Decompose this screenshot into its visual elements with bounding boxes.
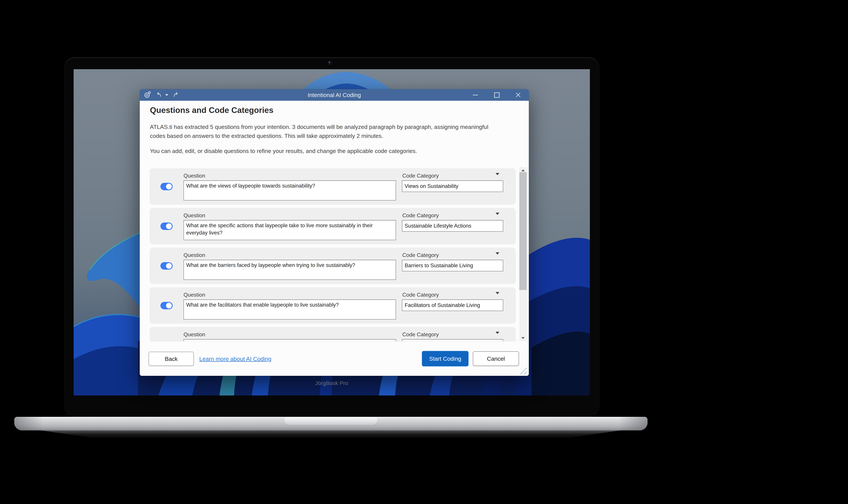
code-category-label: Code Category xyxy=(402,252,439,258)
question-input[interactable]: What are the views of laypeople towards … xyxy=(183,180,396,200)
question-label: Question xyxy=(183,212,205,219)
laptop-base-notch xyxy=(284,417,378,426)
question-label: Question xyxy=(183,292,205,298)
code-category-label: Code Category xyxy=(402,212,439,219)
code-category-select[interactable]: Sustainable Lifestyle Actions xyxy=(402,220,503,232)
chevron-down-icon xyxy=(495,252,499,254)
code-category-select[interactable]: Views on Sustainability xyxy=(402,180,503,192)
webcam-icon xyxy=(328,61,332,65)
scroll-down-button[interactable] xyxy=(519,335,527,341)
question-row: Question What are the specific actions t… xyxy=(150,208,516,244)
question-label: Question xyxy=(183,331,205,338)
code-category-select[interactable] xyxy=(402,339,503,341)
question-input[interactable]: What are the facilitators that enable la… xyxy=(183,300,396,320)
start-coding-button[interactable]: Start Coding xyxy=(422,351,468,366)
question-label: Question xyxy=(183,252,205,258)
question-label: Question xyxy=(183,173,205,179)
laptop-base xyxy=(14,417,648,430)
minimize-button[interactable] xyxy=(465,89,486,101)
chevron-down-icon xyxy=(495,213,499,215)
cancel-button[interactable]: Cancel xyxy=(473,352,519,366)
question-toggle[interactable] xyxy=(160,262,173,270)
triangle-down-icon xyxy=(521,337,525,339)
chevron-down-icon xyxy=(495,292,499,294)
question-toggle[interactable] xyxy=(160,222,173,230)
question-row: Question What are the facilitators that … xyxy=(150,287,516,324)
scrollbar-thumb[interactable] xyxy=(519,172,527,290)
chevron-down-icon xyxy=(495,173,499,175)
back-button[interactable]: Back xyxy=(148,352,194,366)
scrollbar[interactable] xyxy=(519,167,527,341)
questions-list: Question What are the views of laypeople… xyxy=(150,167,516,341)
maximize-icon xyxy=(494,92,500,98)
page-title: Questions and Code Categories xyxy=(150,106,273,115)
question-row: Question What are the barriers faced by … xyxy=(150,248,516,284)
code-category-select[interactable]: Facilitators of Sustainable Living xyxy=(402,300,503,311)
code-category-select[interactable]: Barriers to Sustainable Living xyxy=(402,260,503,271)
code-category-label: Code Category xyxy=(402,331,439,338)
triangle-up-icon xyxy=(521,169,525,171)
intro-text: ATLAS.ti has extracted 5 questions from … xyxy=(150,123,504,140)
maximize-button[interactable] xyxy=(486,89,507,101)
intro-hint-text: You can add, edit, or disable questions … xyxy=(150,146,504,156)
resize-grip-icon[interactable] xyxy=(518,366,527,375)
ai-coding-dialog: Intentional AI Coding Questions and Code… xyxy=(140,89,529,376)
close-icon xyxy=(516,92,521,97)
titlebar[interactable]: Intentional AI Coding xyxy=(140,89,529,101)
chevron-down-icon xyxy=(495,332,499,334)
question-input[interactable]: What are the barriers faced by laypeople… xyxy=(183,260,396,280)
code-category-label: Code Category xyxy=(402,173,439,179)
learn-more-link[interactable]: Learn more about AI Coding xyxy=(199,352,271,366)
wallpaper-petal-left xyxy=(74,230,145,395)
question-input[interactable]: What are the specific actions that laype… xyxy=(183,220,396,240)
question-toggle[interactable] xyxy=(160,302,173,309)
question-input[interactable] xyxy=(183,339,396,341)
close-button[interactable] xyxy=(507,89,529,101)
code-category-label: Code Category xyxy=(402,292,439,298)
laptop-base-shadow xyxy=(41,430,621,438)
question-row: Question Code Category xyxy=(150,327,516,341)
minimize-icon xyxy=(473,95,478,95)
question-toggle[interactable] xyxy=(160,183,173,190)
question-row: Question What are the views of laypeople… xyxy=(150,168,516,204)
device-brand-label: JörgBook Pro xyxy=(74,380,590,386)
